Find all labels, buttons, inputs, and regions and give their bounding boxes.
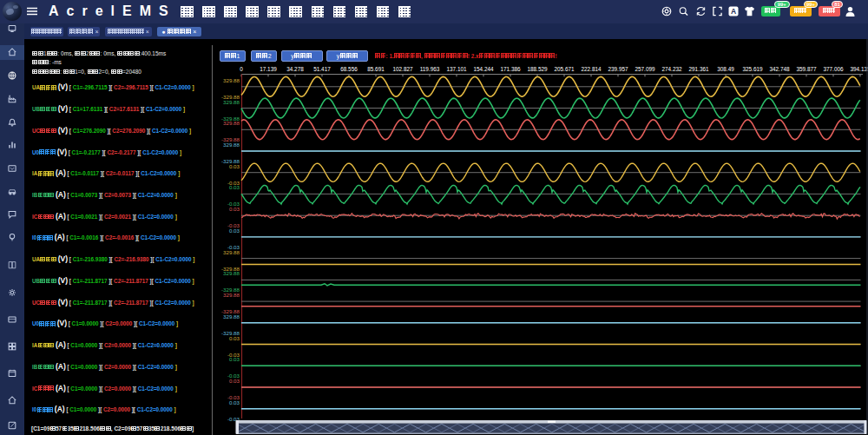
svg-text:17.139: 17.139 xyxy=(260,66,277,72)
svg-text:0.03: 0.03 xyxy=(229,227,240,234)
svg-text:257.099: 257.099 xyxy=(635,66,655,72)
svg-text:0.03: 0.03 xyxy=(229,206,240,212)
svg-text:102.827: 102.827 xyxy=(392,66,413,72)
svg-text:329.88: 329.88 xyxy=(223,313,240,320)
svg-text:0.03: 0.03 xyxy=(229,378,240,384)
svg-text:329.88: 329.88 xyxy=(223,120,240,126)
svg-text:51.417: 51.417 xyxy=(313,66,331,72)
svg-text:0.03: 0.03 xyxy=(229,335,240,341)
svg-text:0.03: 0.03 xyxy=(229,356,240,362)
svg-text:0.03: 0.03 xyxy=(229,399,240,405)
svg-text:34.278: 34.278 xyxy=(286,66,304,72)
svg-text:0.03: 0.03 xyxy=(229,184,240,190)
svg-text:205.671: 205.671 xyxy=(554,66,575,72)
svg-text:342.748: 342.748 xyxy=(769,66,790,72)
svg-text:222.814: 222.814 xyxy=(581,66,602,72)
svg-text:359.877: 359.877 xyxy=(796,66,817,72)
svg-text:68.556: 68.556 xyxy=(340,66,358,72)
svg-text:291.361: 291.361 xyxy=(688,66,709,72)
svg-text:329.88: 329.88 xyxy=(223,99,240,105)
svg-text:325.619: 325.619 xyxy=(742,66,763,72)
svg-text:137.101: 137.101 xyxy=(446,66,467,72)
svg-text:274.232: 274.232 xyxy=(661,66,682,72)
svg-text:0.03: 0.03 xyxy=(229,163,240,169)
svg-text:85.691: 85.691 xyxy=(367,66,385,72)
svg-text:154.244: 154.244 xyxy=(473,66,494,72)
svg-text:239.957: 239.957 xyxy=(608,66,628,72)
svg-text:329.88: 329.88 xyxy=(223,292,240,298)
svg-text:329.88: 329.88 xyxy=(223,77,240,83)
svg-text:329.88: 329.88 xyxy=(223,142,240,148)
svg-text:119.963: 119.963 xyxy=(420,66,440,72)
svg-text:329.88: 329.88 xyxy=(223,249,240,255)
svg-text:188.529: 188.529 xyxy=(527,66,548,72)
svg-text:308.49: 308.49 xyxy=(717,66,734,72)
svg-text:377.006: 377.006 xyxy=(823,66,844,72)
svg-text:0: 0 xyxy=(240,66,243,72)
svg-text:329.88: 329.88 xyxy=(223,270,240,276)
svg-text:171.386: 171.386 xyxy=(500,66,521,72)
